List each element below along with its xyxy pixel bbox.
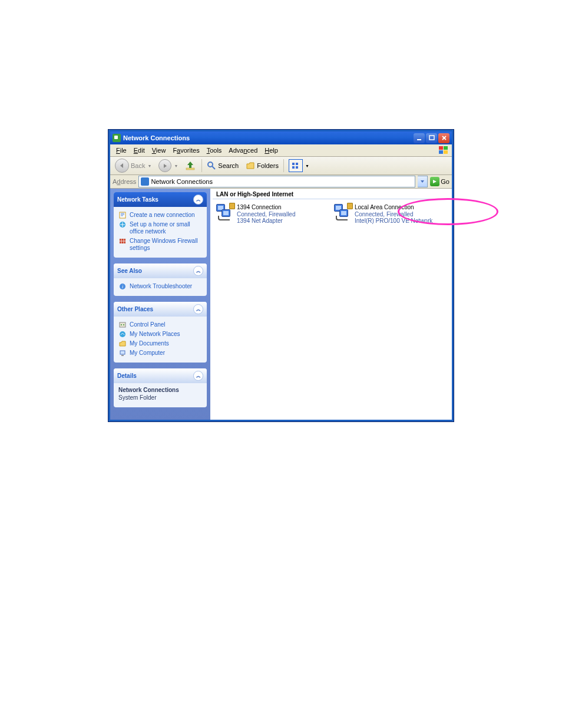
menu-advanced[interactable]: Advanced: [225, 146, 261, 155]
svg-rect-2: [186, 168, 194, 170]
close-button[interactable]: [438, 133, 449, 143]
collapse-icon: ︽: [193, 304, 203, 314]
panel-head-other-places[interactable]: Other Places ︽: [114, 302, 207, 317]
minimize-button[interactable]: [414, 133, 425, 143]
up-button[interactable]: [183, 159, 199, 173]
svg-point-15: [121, 324, 122, 325]
connection-status: Connected, Firewalled: [237, 211, 296, 218]
task-setup-home-network[interactable]: Set up a home or small office network: [118, 220, 202, 236]
address-input[interactable]: Network Connections: [138, 176, 415, 187]
panel-title: Network Tasks: [117, 196, 158, 203]
control-panel-icon: [118, 321, 127, 328]
titlebar[interactable]: Network Connections: [110, 131, 452, 144]
svg-point-17: [120, 331, 125, 337]
panel-title: See Also: [117, 268, 142, 274]
task-label: Change Windows Firewall settings: [130, 238, 202, 252]
panel-title: Details: [117, 373, 137, 379]
forward-button[interactable]: ▼: [156, 158, 180, 173]
connection-status: Connected, Firewalled: [355, 211, 432, 218]
link-label: My Computer: [130, 350, 165, 357]
go-button[interactable]: Go: [430, 177, 449, 186]
toolbar-separator: [283, 159, 284, 172]
search-button[interactable]: Search: [204, 160, 241, 172]
connection-device: 1394 Net Adapter: [237, 218, 296, 225]
forward-icon: [158, 159, 171, 172]
folder-icon: [118, 340, 127, 347]
content-area[interactable]: LAN or High-Speed Internet 1394 Connecti…: [210, 189, 452, 420]
details-name: Network Connections: [118, 387, 202, 394]
link-my-network-places[interactable]: My Network Places: [118, 330, 202, 339]
connection-icon: [334, 204, 352, 222]
link-label: My Network Places: [130, 331, 180, 338]
info-icon: i: [118, 283, 127, 290]
folders-label: Folders: [257, 162, 279, 169]
forward-dropdown-icon: ▼: [174, 164, 178, 168]
menu-edit[interactable]: Edit: [130, 146, 148, 155]
panel-head-details[interactable]: Details ︽: [114, 368, 207, 383]
menu-file[interactable]: File: [113, 146, 130, 155]
back-dropdown-icon: ▼: [147, 164, 151, 168]
link-my-computer[interactable]: My Computer: [118, 348, 202, 358]
connection-device: Intel(R) PRO/100 VE Network: [355, 218, 432, 225]
network-setup-icon: [118, 221, 127, 235]
views-icon: [289, 159, 303, 172]
go-icon: [430, 177, 439, 186]
back-label: Back: [131, 162, 145, 169]
firewall-icon: [118, 238, 127, 252]
connection-item-lan[interactable]: Local Area Connection Connected, Firewal…: [334, 204, 434, 225]
collapse-icon: ︽: [193, 266, 203, 276]
panel-network-tasks: Network Tasks ︽ Create a new connection …: [114, 192, 207, 258]
svg-point-3: [208, 162, 213, 167]
group-header: LAN or High-Speed Internet: [213, 189, 449, 199]
maximize-button[interactable]: [426, 133, 437, 143]
collapse-icon: ︽: [193, 195, 203, 205]
link-label: Control Panel: [130, 321, 166, 328]
address-bar: Address Network Connections Go: [110, 175, 452, 189]
menu-favorites[interactable]: Favorites: [169, 146, 203, 155]
task-label: Set up a home or small office network: [130, 221, 202, 235]
menu-help[interactable]: Help: [261, 146, 282, 155]
network-places-icon: [118, 331, 127, 338]
link-label: My Documents: [130, 340, 169, 347]
search-label: Search: [218, 162, 239, 169]
link-label: Network Troubleshooter: [130, 283, 192, 290]
svg-rect-1: [429, 136, 434, 140]
windows-flag-icon: [439, 146, 449, 154]
window-title: Network Connections: [123, 134, 190, 141]
window: Network Connections File Edit View Favor…: [108, 130, 454, 421]
link-my-documents[interactable]: My Documents: [118, 339, 202, 348]
folders-button[interactable]: Folders: [243, 160, 281, 172]
connection-title: Local Area Connection: [355, 204, 432, 211]
task-label: Create a new connection: [130, 212, 195, 219]
toolbar: Back ▼ ▼ Search Folders: [110, 157, 452, 175]
go-label: Go: [441, 178, 449, 185]
address-value: Network Connections: [151, 178, 213, 185]
panel-details: Details ︽ Network Connections System Fol…: [114, 368, 207, 407]
connection-title: 1394 Connection: [237, 204, 296, 211]
menu-tools[interactable]: Tools: [203, 146, 226, 155]
computer-icon: [118, 350, 127, 357]
details-type: System Folder: [118, 394, 202, 402]
link-network-troubleshooter[interactable]: i Network Troubleshooter: [118, 282, 202, 291]
back-button[interactable]: Back ▼: [113, 157, 154, 174]
task-create-connection[interactable]: Create a new connection: [118, 210, 202, 220]
views-button[interactable]: ▼: [286, 158, 312, 173]
views-dropdown-icon: ▼: [305, 164, 309, 168]
body: Network Tasks ︽ Create a new connection …: [110, 189, 452, 420]
task-firewall-settings[interactable]: Change Windows Firewall settings: [118, 236, 202, 253]
panel-see-also: See Also ︽ i Network Troubleshooter: [114, 263, 207, 296]
address-dropdown[interactable]: [418, 176, 428, 187]
svg-text:i: i: [122, 284, 123, 289]
menu-view[interactable]: View: [148, 146, 170, 155]
link-control-panel[interactable]: Control Panel: [118, 320, 202, 330]
menu-bar: File Edit View Favorites Tools Advanced …: [110, 144, 452, 157]
wizard-icon: [118, 212, 127, 219]
svg-rect-14: [120, 322, 125, 327]
panel-head-network-tasks[interactable]: Network Tasks ︽: [114, 192, 207, 207]
panel-head-see-also[interactable]: See Also ︽: [114, 263, 207, 278]
svg-rect-19: [121, 355, 124, 356]
connection-item-1394[interactable]: 1394 Connection Connected, Firewalled 13…: [216, 204, 316, 225]
collapse-icon: ︽: [193, 371, 203, 381]
svg-line-4: [212, 166, 215, 169]
firewall-lock-icon: [347, 203, 353, 209]
